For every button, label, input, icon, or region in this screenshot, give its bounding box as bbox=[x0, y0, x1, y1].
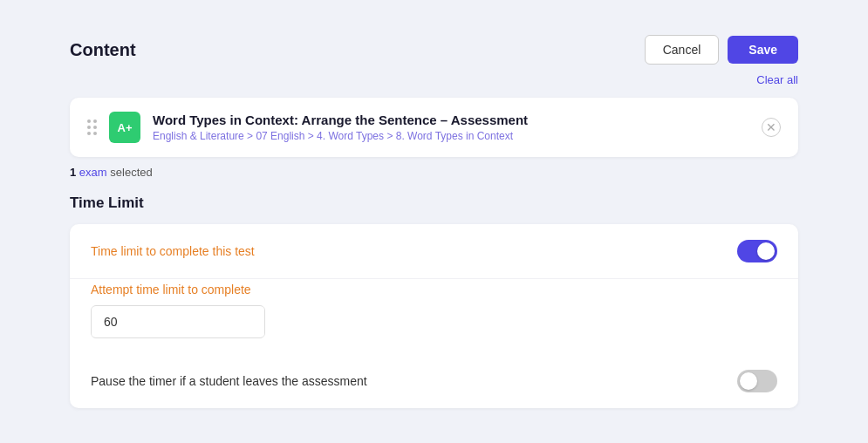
content-info: Word Types in Context: Arrange the Sente… bbox=[153, 112, 749, 142]
toggle-knob bbox=[757, 242, 775, 260]
header-actions: Cancel Save bbox=[645, 35, 798, 65]
pause-timer-label: Pause the timer if a student leaves the … bbox=[91, 374, 367, 388]
pause-timer-row: Pause the timer if a student leaves the … bbox=[70, 354, 798, 408]
toggle-knob-off bbox=[740, 372, 757, 390]
toggle-slider-off bbox=[737, 370, 777, 392]
exam-selected-info: 1 exam selected bbox=[70, 166, 798, 179]
stepper-value-input[interactable] bbox=[92, 307, 265, 337]
time-stepper: − + bbox=[91, 305, 265, 338]
exam-link[interactable]: exam bbox=[79, 166, 107, 179]
page-header: Content Cancel Save bbox=[70, 35, 798, 65]
exam-count: 1 bbox=[70, 166, 76, 179]
clear-all-area: Clear all bbox=[70, 72, 798, 87]
time-limit-toggle-row: Time limit to complete this test bbox=[70, 224, 798, 279]
cancel-button[interactable]: Cancel bbox=[645, 35, 720, 65]
time-limit-toggle[interactable] bbox=[737, 240, 777, 262]
toggle-slider-on bbox=[737, 240, 777, 262]
content-item-title: Word Types in Context: Arrange the Sente… bbox=[153, 112, 749, 127]
save-button[interactable]: Save bbox=[728, 36, 798, 64]
clear-all-link[interactable]: Clear all bbox=[756, 73, 798, 86]
stepper-area: Attempt time limit to complete − + bbox=[70, 279, 798, 354]
page-title: Content bbox=[70, 40, 136, 60]
time-limit-label: Time limit to complete this test bbox=[91, 244, 255, 258]
close-icon: ✕ bbox=[766, 120, 776, 134]
remove-content-button[interactable]: ✕ bbox=[762, 118, 781, 137]
settings-card: Time limit to complete this test Attempt… bbox=[70, 224, 798, 408]
attempt-label: Attempt time limit to complete bbox=[91, 283, 777, 296]
pause-timer-toggle[interactable] bbox=[737, 370, 777, 392]
content-breadcrumb: English & Literature > 07 English > 4. W… bbox=[153, 130, 749, 142]
content-card: A+ Word Types in Context: Arrange the Se… bbox=[70, 98, 798, 157]
content-type-icon: A+ bbox=[109, 112, 140, 143]
time-limit-title: Time Limit bbox=[70, 194, 798, 212]
exam-selected-suffix: selected bbox=[110, 166, 152, 179]
drag-handle-icon[interactable] bbox=[87, 119, 97, 135]
